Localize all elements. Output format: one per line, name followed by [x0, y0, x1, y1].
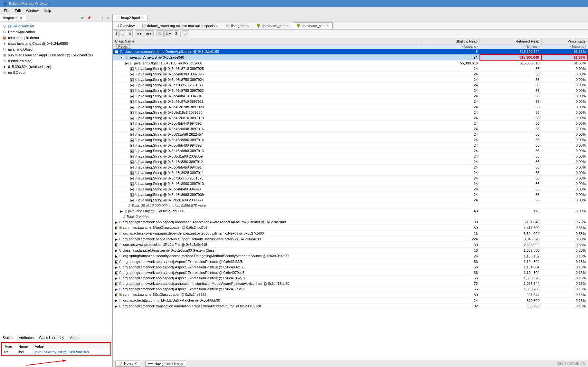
table-row-str7[interactable]: ▶S java.lang.String @ 0x6d46c87c0 389792…	[113, 99, 588, 104]
inspector-item-gc[interactable]: ⊘ no GC root	[1, 70, 111, 75]
table-row-str25[interactable]: ▶S java.lang.String @ 0x6c8cf1a38 203935…	[113, 198, 588, 203]
expand-icon-s16[interactable]: ▶	[130, 150, 134, 153]
menu-window[interactable]: Window	[24, 8, 41, 13]
nav-history-tab[interactable]: ⟵ Navigation History	[145, 361, 186, 367]
heap-file-tab[interactable]: 📄 heap2.hprof ✕	[113, 15, 147, 21]
expand-icon[interactable]: ▼	[115, 50, 118, 53]
table-row-spring7[interactable]: ▶⬡ org.springframework.security.access.m…	[113, 253, 588, 259]
inspector-item-address[interactable]: ⬡ @ 0x6c2aa0160	[1, 23, 111, 29]
tb-grid-btn[interactable]: ⊞	[127, 30, 133, 37]
inspector-item-javaclass[interactable]: ● class java.lang.Class @ 0x6c24a6590	[1, 41, 111, 46]
table-row-str11[interactable]: ▶S java.lang.String @ 0x6cc4bb448 994693…	[113, 121, 588, 126]
tb-info-btn[interactable]: ℹ	[114, 30, 119, 37]
table-row-str19[interactable]: ▶S java.lang.String @ 0x6cc4bb4b8 994691…	[113, 165, 588, 170]
table-row-spring2[interactable]: ▶⊞ sun.misc.Launcher$AppClassLoader @ 0x…	[113, 225, 588, 231]
expand-icon-s1[interactable]: ▶	[130, 67, 134, 71]
tb-groupby-btn[interactable]: ≡▼	[136, 30, 144, 37]
heap-tab-close[interactable]: ✕	[141, 16, 144, 19]
table-row-spring1[interactable]: ▶C org.springframework.aop.aspectj.annot…	[113, 219, 588, 225]
inspector-item-retained[interactable]: ● 615,300,824 (retained size)	[1, 64, 111, 70]
col-shallow[interactable]: Shallow Heap	[428, 38, 480, 44]
table-row-spring12[interactable]: ▶C org.springframework.aop.aspectj.annot…	[113, 281, 588, 286]
statics-tab-value[interactable]: Value	[67, 335, 81, 341]
table-row-str9[interactable]: ▶S java.lang.String @ 0x6c8cf19c8 203936…	[113, 110, 588, 115]
tab-default-report[interactable]: 📋 default_report org.eclipse.mat.api:sus…	[138, 22, 222, 29]
table-row-str23[interactable]: ▶S java.lang.String @ 0x6cc4bb4f0 994690…	[113, 187, 588, 192]
inspector-item-class[interactable]: C DemoApplication	[1, 29, 111, 35]
table-row-spring13[interactable]: ▶C org.springframework.aop.aspectj.Aspec…	[113, 286, 588, 292]
table-row-obj8[interactable]: ▶ [] java.lang.Object[8] @ 0x6c2ab6300 4…	[113, 208, 588, 214]
report-tab-close[interactable]: ✕	[216, 24, 218, 27]
table-row-str3[interactable]: ▶S java.lang.String @ 0x6d46c8750 389792…	[113, 77, 588, 82]
expand-icon-s24[interactable]: ▶	[130, 193, 134, 197]
tab-histogram[interactable]: ▦ Histogram ✕	[222, 22, 253, 29]
inspector-item-loader[interactable]: ⊞ sun.misc.Launcher$AppClassLoader @ 0x6…	[1, 52, 111, 58]
inspector-pin-btn[interactable]: 📌	[86, 15, 92, 21]
inspector-tab[interactable]: Inspector ✕	[0, 15, 26, 21]
expand-icon-s15[interactable]: ▶	[130, 144, 134, 147]
table-row-spring4[interactable]: ▶C org.springframework.beans.factory.sup…	[113, 237, 588, 242]
expand-icon-s18[interactable]: ▶	[130, 160, 134, 164]
table-row-str22[interactable]: ▶S java.lang.String @ 0x6d46c8960 389791…	[113, 181, 588, 187]
menu-edit[interactable]: Edit	[12, 8, 24, 13]
expand-icon-s11[interactable]: ▶	[130, 122, 134, 125]
dominator2-tab-close[interactable]: ✕	[327, 24, 329, 27]
table-row-str1[interactable]: ▶S java.lang.String @ 0x6d46c8718 389792…	[113, 66, 588, 72]
table-row-spring15[interactable]: ▶⬡ org.apache.http.conn.util.PublicSuffi…	[113, 298, 588, 304]
statics-tab-statics[interactable]: Statics	[0, 335, 16, 341]
expand-spring8[interactable]: ▶	[115, 260, 118, 264]
table-row-spring3[interactable]: ▶⬡ org.apache.skywalking.apm.dependencie…	[113, 231, 588, 237]
tb-chart-btn[interactable]: 📊	[119, 30, 126, 37]
table-row-str2[interactable]: ▶S java.lang.String @ 0x6cc4bb3d8 389769…	[113, 72, 588, 77]
expand-spring11[interactable]: ▶	[115, 277, 118, 280]
expand-icon-s10[interactable]: ▶	[130, 117, 134, 120]
table-row-spring9[interactable]: ▶C org.springframework.aop.aspectj.Aspec…	[113, 265, 588, 270]
table-row-spring11[interactable]: ▶C org.springframework.aop.aspectj.Aspec…	[113, 275, 588, 281]
expand-spring3[interactable]: ▶	[115, 232, 118, 235]
expand-icon-s3[interactable]: ▶	[130, 78, 134, 82]
inspector-minimize-btn[interactable]: —	[92, 15, 98, 21]
histogram-tab-close[interactable]: ✕	[247, 24, 249, 27]
col-retained[interactable]: Retained Heap	[480, 38, 542, 44]
table-row-str16[interactable]: ▶S java.lang.String @ 0x6d46c88b8 389791…	[113, 148, 588, 154]
tb-calc-btn[interactable]: Σ	[174, 30, 179, 37]
expand-spring7[interactable]: ▶	[115, 255, 118, 258]
table-row-str14[interactable]: ▶S java.lang.String @ 0x6d46c8880 389791…	[113, 137, 588, 143]
inspector-item-object[interactable]: ⬡ java.lang.Object	[1, 46, 111, 52]
expand-icon-s21[interactable]: ▶	[130, 177, 134, 180]
table-row-str15[interactable]: ▶S java.lang.String @ 0x6cc4bb480 994692…	[113, 143, 588, 148]
expand-icon-s4[interactable]: ▶	[130, 84, 134, 87]
col-classname[interactable]: Class Name	[113, 38, 422, 44]
table-container[interactable]: Class Name Shallow Heap Retained Heap Pe…	[113, 38, 588, 360]
dominator1-tab-close[interactable]: ✕	[287, 24, 289, 27]
tb-graph-btn[interactable]: 📈	[182, 30, 189, 37]
table-row-spring8[interactable]: ▶C org.springframework.aop.aspectj.Aspec…	[113, 259, 588, 265]
table-row-str18[interactable]: ▶S java.lang.String @ 0x6d46c88f0 389791…	[113, 159, 588, 165]
expand-icon-s7[interactable]: ▶	[130, 100, 134, 103]
expand-spring1[interactable]: ▶	[115, 221, 118, 224]
table-row-arraylist[interactable]: ▼ ⬡ java.util.ArrayList @ 0x6c2ade948 24…	[113, 54, 588, 60]
expand-spring6[interactable]: ▶	[115, 249, 118, 252]
table-row-spring14[interactable]: ▶⊞ sun.misc.Launcher$ExtClassLoader @ 0x…	[113, 292, 588, 298]
table-row-str21[interactable]: ▶S java.lang.String @ 0x6c710ccb0 256157…	[113, 176, 588, 181]
inspector-item-shallow[interactable]: 8 8 (shallow size)	[1, 58, 111, 64]
tb-filter-btn[interactable]: ⊞▼	[145, 30, 154, 37]
expand-icon-s19[interactable]: ▶	[130, 166, 134, 169]
tab-dominator1[interactable]: 🌳 dominator_tree ✕	[253, 22, 293, 29]
table-row-str6[interactable]: ▶S java.lang.String @ 0x6cc4bb410 994694…	[113, 93, 588, 99]
statics-row[interactable]: ref list1 java.util.ArrayList @ 0x6c2ade…	[3, 349, 110, 355]
expand-spring4[interactable]: ▶	[115, 238, 118, 241]
expand-icon-s25[interactable]: ▶	[130, 199, 134, 202]
expand-spring14[interactable]: ▶	[115, 293, 118, 296]
table-row-str4[interactable]: ▶S java.lang.String @ 0x6c710cc78 256157…	[113, 82, 588, 88]
table-row-spring6[interactable]: ▶C class java.lang.ref.Finalizer @ 0x6c2…	[113, 248, 588, 253]
expand-icon-s5[interactable]: ▶	[130, 89, 134, 92]
table-row-str5[interactable]: ▶S java.lang.String @ 0x6d46c8788 389792…	[113, 88, 588, 93]
statics-tab-hierarchy[interactable]: Class Hierarchy	[36, 335, 67, 341]
expand-icon-s22[interactable]: ▶	[130, 182, 134, 186]
expand-icon-3[interactable]: ▶	[125, 62, 128, 65]
expand-spring16[interactable]: ▶	[115, 305, 118, 308]
expand-icon-s17[interactable]: ▶	[130, 155, 134, 158]
expand-icon-s2[interactable]: ▶	[130, 73, 134, 76]
inspector-close-btn[interactable]: ✕	[105, 15, 111, 21]
